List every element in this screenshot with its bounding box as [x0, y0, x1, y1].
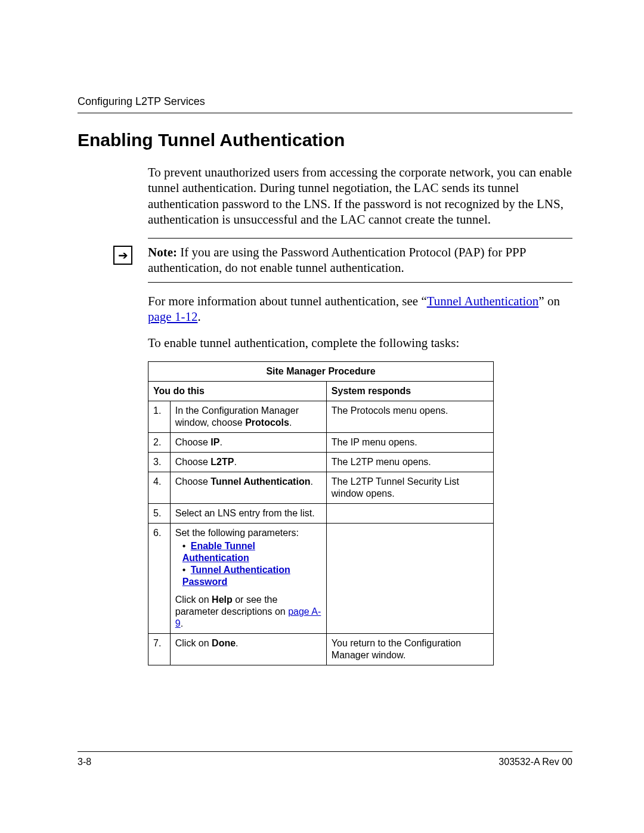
- step-response: The L2TP Tunnel Security List window ope…: [326, 472, 493, 504]
- horizontal-rule: [148, 238, 572, 239]
- table-row: 7. Click on Done. You return to the Conf…: [148, 634, 494, 665]
- step-action: Click on Done.: [170, 634, 326, 665]
- doc-revision: 303532-A Rev 00: [499, 757, 572, 767]
- text-fragment: Set the following parameters:: [175, 528, 299, 538]
- text-bold: Tunnel Authentication: [210, 476, 310, 487]
- horizontal-rule: [148, 282, 572, 283]
- step-number: 4.: [148, 472, 171, 504]
- note-text: Note: If you are using the Password Auth…: [148, 244, 572, 276]
- table-row: 6. Set the following parameters: Enable …: [148, 524, 494, 634]
- text-fragment: ” on: [538, 294, 560, 308]
- note-body: If you are using the Password Authentica…: [148, 245, 526, 275]
- text-fragment: .: [236, 638, 238, 648]
- text-bold: Done: [212, 638, 236, 648]
- table-row: 3. Choose L2TP. The L2TP menu opens.: [148, 453, 494, 472]
- more-info-paragraph: For more information about tunnel authen…: [148, 293, 572, 325]
- step-number: 6.: [148, 524, 171, 634]
- list-item: Enable Tunnel Authentication: [182, 540, 321, 564]
- tasks-lead-paragraph: To enable tunnel authentication, complet…: [148, 335, 572, 351]
- step-action: Choose L2TP.: [170, 453, 326, 472]
- step-response: The Protocols menu opens.: [326, 401, 493, 433]
- column-header-response: System responds: [326, 382, 493, 401]
- text-fragment: For more information about tunnel authen…: [148, 294, 427, 308]
- text-fragment: .: [219, 437, 222, 447]
- text-fragment: .: [181, 618, 183, 628]
- text-fragment: Choose: [175, 476, 211, 487]
- text-bold: Help: [212, 594, 233, 605]
- text-fragment: .: [197, 309, 200, 324]
- step-response: The L2TP menu opens.: [326, 453, 493, 472]
- section-heading: Enabling Tunnel Authentication: [78, 130, 572, 150]
- table-row: 5. Select an LNS entry from the list.: [148, 504, 494, 524]
- step-action: In the Configuration Manager window, cho…: [170, 401, 326, 433]
- procedure-table: Site Manager Procedure You do this Syste…: [148, 361, 494, 665]
- step-response: The IP menu opens.: [326, 433, 493, 453]
- step-response: [326, 504, 493, 524]
- text-fragment: .: [289, 417, 292, 428]
- table-row: 4. Choose Tunnel Authentication. The L2T…: [148, 472, 494, 504]
- text-fragment: Choose: [175, 457, 211, 467]
- step-number: 5.: [148, 504, 171, 524]
- text-bold: L2TP: [210, 457, 234, 467]
- page-1-12-link[interactable]: page 1-12: [148, 309, 197, 324]
- intro-paragraph: To prevent unauthorized users from acces…: [148, 165, 572, 227]
- parameter-list: Enable Tunnel Authentication Tunnel Auth…: [175, 540, 321, 588]
- text-fragment: Click on: [175, 638, 212, 648]
- step-number: 1.: [148, 401, 171, 433]
- tunnel-auth-password-link[interactable]: Tunnel Authentication Password: [182, 565, 290, 587]
- step-response: You return to the Configuration Manager …: [326, 634, 493, 665]
- step-action: Set the following parameters: Enable Tun…: [170, 524, 326, 634]
- page-number: 3-8: [78, 757, 91, 767]
- step-number: 3.: [148, 453, 171, 472]
- text-fragment: Click on: [175, 594, 212, 605]
- note-block: ➔ Note: If you are using the Password Au…: [148, 238, 572, 283]
- step-number: 2.: [148, 433, 171, 453]
- step-number: 7.: [148, 634, 171, 665]
- text-bold: IP: [210, 437, 219, 447]
- table-row: 2. Choose IP. The IP menu opens.: [148, 433, 494, 453]
- enable-tunnel-auth-link[interactable]: Enable Tunnel Authentication: [182, 541, 255, 563]
- column-header-action: You do this: [148, 382, 327, 401]
- tunnel-authentication-link[interactable]: Tunnel Authentication: [427, 294, 539, 308]
- step-action: Choose IP.: [170, 433, 326, 453]
- table-caption: Site Manager Procedure: [148, 362, 494, 382]
- step-response: [326, 524, 493, 634]
- arrow-right-icon: ➔: [113, 246, 132, 265]
- text-bold: Protocols: [245, 417, 289, 428]
- document-page: Configuring L2TP Services Enabling Tunne…: [0, 0, 644, 833]
- note-label: Note:: [148, 245, 177, 259]
- body-content: To prevent unauthorized users from acces…: [148, 165, 572, 665]
- text-fragment: .: [234, 457, 236, 467]
- page-footer: 3-8 303532-A Rev 00: [78, 751, 572, 767]
- running-header: Configuring L2TP Services: [78, 95, 572, 113]
- list-item: Tunnel Authentication Password: [182, 564, 321, 588]
- step-action: Select an LNS entry from the list.: [170, 504, 326, 524]
- text-fragment: .: [310, 476, 312, 487]
- text-fragment: Choose: [175, 437, 211, 447]
- step-action: Choose Tunnel Authentication.: [170, 472, 326, 504]
- table-row: 1. In the Configuration Manager window, …: [148, 401, 494, 433]
